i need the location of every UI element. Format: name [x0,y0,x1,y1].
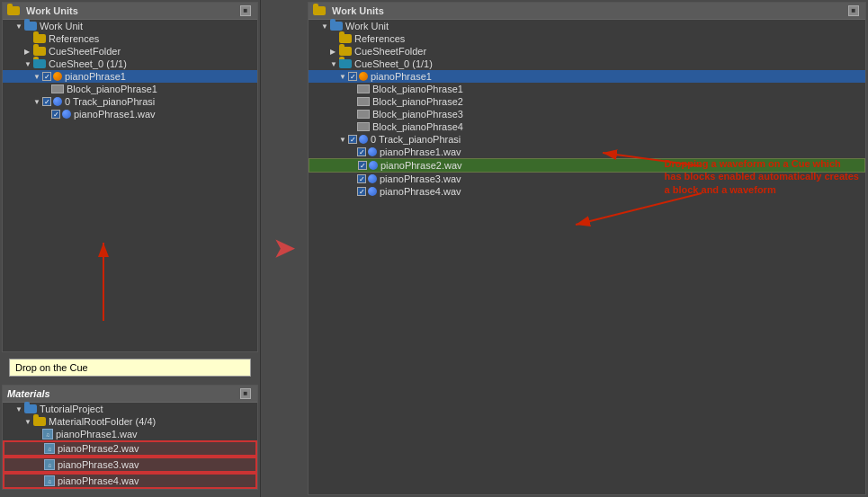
right-wu-folder [330,22,343,31]
left-tr-check [42,97,51,106]
right-block4-item[interactable]: Block_pianoPhrase4 [309,120,865,133]
left-cuesheetfolder-label: CueSheetFolder [49,46,121,57]
left-header-title-row: Work Units [7,5,78,16]
left-block1-item[interactable]: Block_pianoPhrase1 [3,83,257,95]
left-w1-check [51,110,60,119]
tp-arrow: ▼ [15,405,22,413]
right-block4-label: Block_pianoPhrase4 [372,121,463,132]
right-block2-item[interactable]: Block_pianoPhrase2 [309,95,865,108]
mw4-icon: ♫ [44,475,55,486]
right-ref-folder [339,34,352,43]
left-tr-arrow: ▼ [33,98,40,106]
right-b1-icon [357,84,370,93]
left-pp1-arrow: ▼ [33,73,40,81]
right-cuesheetfolder-label: CueSheetFolder [354,46,426,57]
right-csf-item[interactable]: ▶ CueSheetFolder [309,45,865,58]
mat-wav1-item[interactable]: ♫ pianoPhrase1.wav [3,428,257,440]
mr-arrow: ▼ [24,418,31,426]
tutorial-project-label: TutorialProject [40,404,103,414]
tutorial-project-item[interactable]: ▼ TutorialProject [3,403,257,415]
right-workunits-header: Work Units ■ [309,3,865,20]
right-panel: Work Units ■ ▼ Work Unit References ▶ Cu… [306,0,868,497]
direction-arrow: ➤ [273,234,294,263]
center-arrow-section: ➤ [261,0,306,497]
tooltip-area: Drop on the Cue [9,359,251,377]
left-cs-icon [33,59,46,68]
right-workunits-panel: Work Units ■ ▼ Work Unit References ▶ Cu… [308,2,866,495]
materials-label: Materials [7,388,50,399]
right-cs-item[interactable]: ▼ CueSheet_0 (1/1) [309,58,865,70]
right-track-item[interactable]: ▼ 0 Track_pianoPhrasi [309,133,865,146]
right-tr-circle [359,135,368,144]
left-pianophrase1-label: pianoPhrase1 [65,71,126,82]
right-workunit-item[interactable]: ▼ Work Unit [309,20,865,32]
left-track-item[interactable]: ▼ 0 Track_pianoPhrasi [3,95,257,108]
right-block1-item[interactable]: Block_pianoPhrase1 [309,83,865,95]
left-csf-folder [33,47,46,56]
materials-header: Materials ■ [3,386,257,403]
mat-wav3-label: pianoPhrase3.wav [58,459,139,470]
right-w2-circle [369,161,378,170]
left-work-units-panel: Work Units ■ ▼ Work Unit References ▶ Cu… [2,2,258,352]
right-save-icon: ■ [848,5,859,16]
callout-text: Dropping a waveform on a Cue which has b… [665,158,859,195]
left-cuesheet-label: CueSheet_0 (1/1) [49,58,127,69]
mat-wav4-item[interactable]: ♫ pianoPhrase4.wav [3,473,257,489]
callout-annotation: Dropping a waveform on a Cue which has b… [665,157,859,196]
left-block1-label: Block_pianoPhrase1 [67,84,157,94]
mw2-icon: ♫ [44,443,55,454]
left-cs-arrow: ▼ [24,60,31,68]
right-w4-check [357,187,366,196]
right-block3-item[interactable]: Block_pianoPhrase3 [309,108,865,120]
right-wav3-label: pianoPhrase3.wav [380,173,461,184]
right-wav1-label: pianoPhrase1.wav [380,146,461,157]
right-cs-icon [339,59,352,68]
mat-wav1-label: pianoPhrase1.wav [56,429,138,439]
mat-wav3-item[interactable]: ♫ pianoPhrase3.wav [3,457,257,473]
right-w3-check [357,174,366,183]
tp-folder [24,404,37,413]
right-header-title-row: Work Units [313,5,384,16]
right-block2-label: Block_pianoPhrase2 [372,96,463,107]
right-workunit-label: Work Unit [345,21,389,31]
left-tr-circle [53,97,62,106]
right-w1-check [357,147,366,156]
right-pp1-label: pianoPhrase1 [371,71,432,82]
mat-wav2-item[interactable]: ♫ pianoPhrase2.wav [3,440,257,457]
right-wu-arrow: ▼ [321,22,328,31]
drop-on-cue-tooltip: Drop on the Cue [9,359,251,377]
right-wu-folder-icon [313,6,326,15]
materials-panel: Materials ■ ▼ TutorialProject ▼ Material… [2,385,258,490]
right-pp1-item[interactable]: ▼ pianoPhrase1 [309,70,865,83]
left-pp1-check [42,72,51,81]
left-track-label: 0 Track_pianoPhrasi [65,96,155,107]
workunits-folder-icon [7,6,20,15]
right-pp1-ball [359,72,368,81]
left-pianophrase1-item[interactable]: ▼ pianoPhrase1 [3,70,257,83]
right-track-label: 0 Track_pianoPhrasi [371,134,461,145]
right-pp1-arrow: ▼ [339,73,346,81]
left-wav1-label: pianoPhrase1.wav [74,109,156,120]
right-b4-icon [357,122,370,131]
left-references-label: References [49,33,99,44]
left-wav1-item[interactable]: pianoPhrase1.wav [3,108,257,120]
left-workunit-label: Work Unit [40,21,83,31]
left-workunit-arrow: ▼ [15,22,22,31]
right-w4-circle [368,187,377,196]
material-root-item[interactable]: ▼ MaterialRootFolder (4/4) [3,415,257,428]
right-wav4-label: pianoPhrase4.wav [380,186,461,197]
right-ref-item[interactable]: References [309,32,865,45]
left-workunit-item[interactable]: ▼ Work Unit [3,20,257,32]
right-b2-icon [357,97,370,106]
left-cuesheet-item[interactable]: ▼ CueSheet_0 (1/1) [3,58,257,70]
left-cuesheetfolder-item[interactable]: ▶ CueSheetFolder [3,45,257,58]
right-tr-check [348,135,357,144]
right-csf-arrow: ▶ [330,48,337,56]
right-w2-check [358,161,367,170]
left-workunits-label: Work Units [26,5,78,16]
left-panel: Work Units ■ ▼ Work Unit References ▶ Cu… [0,0,261,497]
right-wav1-item[interactable]: pianoPhrase1.wav [309,146,865,158]
left-references-item[interactable]: References [3,32,257,45]
left-w1-circle [62,110,71,119]
mat-wav2-label: pianoPhrase2.wav [58,443,139,454]
